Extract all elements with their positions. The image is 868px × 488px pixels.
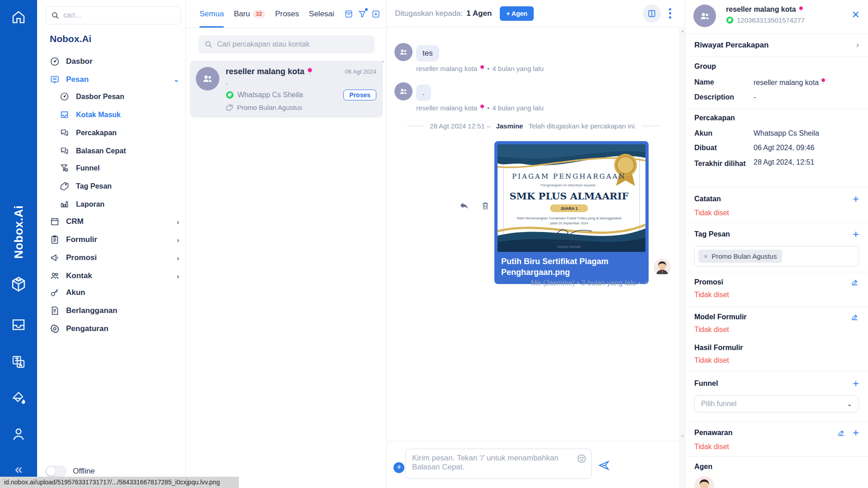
terakhir-label: Terakhir dilihat [694, 158, 754, 169]
edit-promosi-icon[interactable] [851, 278, 859, 286]
conversation-title: reseller malang kota [226, 67, 304, 76]
message-input-box[interactable] [405, 449, 592, 479]
tab-semua[interactable]: Semua [199, 0, 224, 28]
sidebar-item-laporan[interactable]: Laporan › [60, 198, 195, 211]
close-icon[interactable]: ✕ [852, 9, 860, 21]
inbox-icon[interactable] [10, 317, 27, 333]
tab-proses[interactable]: Proses [275, 0, 299, 28]
sidebar-item-akun[interactable]: Akun [50, 286, 185, 299]
group-name-label: Name [694, 78, 754, 87]
conversation-preview: . [226, 78, 376, 85]
crm-icon [50, 217, 60, 227]
sidebar-item-crm[interactable]: CRM › [50, 215, 185, 228]
remove-tag-icon[interactable]: × [704, 253, 707, 260]
home-icon[interactable] [10, 9, 27, 25]
sidebar-item-dasbor-pesan[interactable]: Dasbor Pesan [60, 90, 195, 104]
sidebar-item-formulir[interactable]: Formulir › [50, 233, 185, 246]
sidebar-item-promosi[interactable]: Promosi › [50, 251, 185, 265]
sidebar-item-kotak-masuk[interactable]: Kotak Masuk [60, 108, 195, 122]
offline-label: Offline [73, 467, 95, 476]
sidebar-brand: Nobox.Ai [50, 33, 91, 44]
inbox-icon [60, 110, 70, 120]
status-badge: Proses [343, 90, 376, 100]
nobox-cube-icon[interactable] [9, 275, 28, 295]
chat-scrollbar[interactable]: ▲ ▼ [679, 27, 685, 488]
group-avatar-icon [693, 5, 716, 27]
contact-phone: 120363313501574277 [737, 16, 805, 24]
tab-selesai[interactable]: Selesai [309, 0, 334, 28]
tag-input-box[interactable]: × Promo Bulan Agustus [694, 246, 859, 266]
sidebar-item-kontak[interactable]: Kontak › [50, 269, 185, 283]
chat-messages: tes reseller malang kota • 4 bulan yang … [387, 27, 679, 441]
split-view-button[interactable] [643, 5, 661, 23]
akun-value[interactable]: Whatsapp Cs Sheila [754, 129, 819, 137]
history-row[interactable]: Riwayat Percakapan › [685, 34, 868, 57]
tag-pesan-section: Tag Pesan + × Promo Bulan Agustus [685, 229, 868, 266]
agen-title: Agen [694, 463, 859, 471]
percakapan-section-title: Percakapan [694, 114, 859, 122]
emoji-icon[interactable] [577, 454, 587, 464]
attachment-image-card[interactable]: PIAGAM PENGHARGAAN Penghargaan ini diber… [494, 141, 649, 284]
tab-baru[interactable]: Baru32 [234, 0, 265, 28]
sidebar-item-pengaturan[interactable]: Pengaturan [50, 322, 185, 336]
search-icon [204, 40, 213, 48]
archive-icon[interactable] [344, 9, 353, 19]
hasil-formulir-section: Hasil Formulir Tidak diset [685, 344, 868, 365]
funnel-select[interactable]: Pilih funnel ⌄ [694, 395, 859, 412]
form-icon [50, 235, 60, 245]
dibuat-label: Dibuat [694, 144, 754, 152]
add-tag-button[interactable]: + [853, 229, 859, 240]
group-desc-label: Description [694, 93, 754, 101]
sidebar-item-pesan[interactable]: Pesan ⌄ [50, 73, 185, 86]
svg-text:Telah Memenangkan Turnamaen Fu: Telah Memenangkan Turnamaen Futsal Trofe… [516, 216, 621, 220]
message-icon [50, 75, 60, 85]
scroll-down-arrow[interactable]: ▼ [681, 434, 684, 438]
conversation-list-item[interactable]: reseller malang kota 06 Agt 2024 . Whats… [190, 61, 383, 118]
edit-penawaran-icon[interactable] [837, 429, 845, 437]
add-funnel-button[interactable]: + [853, 378, 859, 389]
agent-avatar [694, 476, 714, 488]
profile-icon[interactable] [10, 426, 27, 442]
collapse-sidebar-icon[interactable]: « [15, 462, 23, 476]
paint-bucket-icon[interactable] [10, 390, 27, 406]
system-note-time: 28 Agt 2024 12:51 – [430, 122, 490, 130]
conversation-date: 06 Agt 2024 [345, 68, 376, 75]
online-status-toggle[interactable] [45, 466, 66, 477]
left-rail: Nobox.Ai « [0, 0, 37, 488]
edit-model-formulir-icon[interactable] [851, 313, 859, 321]
sidebar-search-input[interactable] [63, 11, 175, 19]
new-conversation-icon[interactable] [371, 9, 380, 19]
dashboard-icon [60, 92, 70, 102]
sidebar-item-funnel[interactable]: Funnel [60, 161, 195, 175]
group-name-value[interactable]: reseller malang kota [754, 78, 825, 87]
send-icon[interactable] [598, 460, 610, 471]
sidebar-search[interactable] [45, 6, 181, 24]
pin-icon [307, 68, 313, 76]
conversation-search-input[interactable] [217, 40, 368, 48]
attach-plus-button[interactable]: + [394, 462, 404, 473]
sidebar-item-dasbor[interactable]: Dasbor [50, 55, 185, 68]
add-penawaran-button[interactable]: + [853, 427, 859, 438]
filter-icon[interactable] [358, 9, 367, 19]
whatsapp-icon [726, 16, 734, 24]
tag-icon [60, 181, 70, 191]
message-input[interactable] [406, 449, 591, 479]
message-bubble: . [416, 85, 431, 101]
add-agent-button[interactable]: + Agen [500, 6, 534, 21]
conversation-search[interactable] [198, 35, 375, 53]
scroll-up-arrow[interactable]: ▲ [681, 29, 684, 33]
catatan-title: Catatan [694, 195, 721, 203]
agent-avatar [654, 259, 671, 276]
translate-icon[interactable] [10, 354, 27, 370]
assigned-count: 1 Agen [466, 9, 492, 18]
sidebar-item-berlangganan[interactable]: Berlangganan [50, 304, 185, 317]
status-url-bar: id.nobox.ai/upload/519576331731717/.../5… [0, 477, 239, 488]
delete-icon[interactable] [481, 201, 490, 211]
model-formulir-title: Model Formulir [694, 313, 747, 321]
more-options-icon[interactable] [669, 8, 671, 19]
reply-icon[interactable] [459, 201, 469, 211]
sidebar-item-percakapan[interactable]: Percakapan [60, 126, 195, 140]
sidebar-item-tag-pesan[interactable]: Tag Pesan [60, 180, 195, 193]
add-catatan-button[interactable]: + [853, 194, 859, 204]
sidebar-item-balasan-cepat[interactable]: Balasan Cepat [60, 144, 195, 158]
